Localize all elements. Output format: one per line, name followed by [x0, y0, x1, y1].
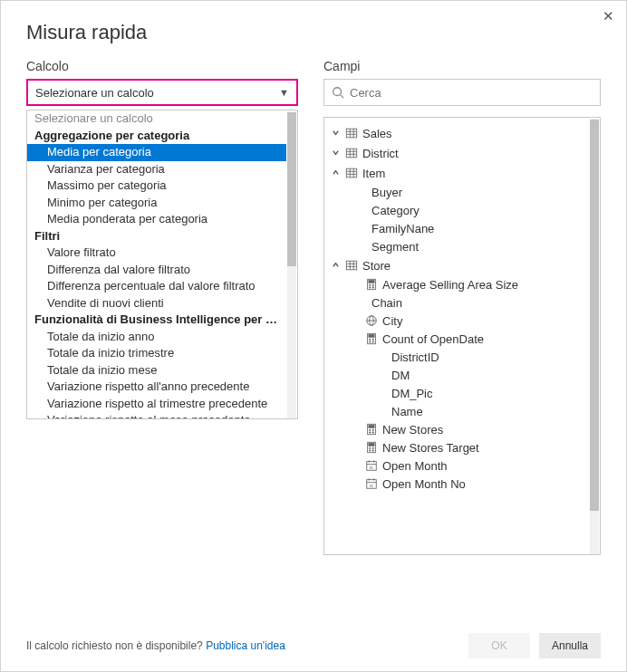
- listbox-group[interactable]: Aggregazione per categoria: [27, 128, 286, 145]
- svg-text:31: 31: [369, 484, 373, 488]
- dropdown-selected: Selezionare un calcolo: [35, 86, 154, 100]
- publish-idea-link[interactable]: Pubblica un'idea: [206, 639, 285, 652]
- listbox-group[interactable]: Filtri: [27, 228, 286, 245]
- listbox-group[interactable]: Funzionalità di Business Intelligence pe…: [27, 312, 286, 329]
- close-icon[interactable]: ✕: [603, 8, 614, 24]
- tree-field-node[interactable]: Chain: [324, 293, 589, 312]
- tree-field-node[interactable]: New Stores: [324, 420, 589, 438]
- tree-field-node[interactable]: Average Selling Area Size: [324, 275, 589, 293]
- quick-measure-dialog: ✕ Misura rapida Calcolo Selezionare un c…: [0, 0, 627, 672]
- svg-rect-7: [346, 149, 356, 158]
- ok-button[interactable]: OK: [468, 633, 530, 658]
- fields-search[interactable]: [323, 79, 601, 106]
- calc-icon: [364, 277, 379, 292]
- icon-placeholder: [384, 404, 388, 418]
- tree-field-node[interactable]: 31Open Month No: [324, 475, 589, 493]
- listbox-item[interactable]: Differenza percentuale dal valore filtra…: [27, 278, 286, 295]
- listbox-scrollbar[interactable]: [287, 111, 296, 419]
- search-input[interactable]: [350, 86, 593, 100]
- tree-node-label: DM: [391, 369, 410, 382]
- chevron-up-icon[interactable]: [330, 261, 341, 271]
- tree-field-node[interactable]: FamilyNane: [324, 219, 589, 237]
- tree-node-label: Count of OpenDate: [382, 332, 484, 346]
- tree-table-node[interactable]: Store: [324, 255, 589, 275]
- tree-field-node[interactable]: Name: [324, 402, 589, 420]
- date-icon: 31: [364, 458, 379, 473]
- tree-node-label: DistrictID: [391, 350, 439, 364]
- chevron-down-icon[interactable]: [330, 129, 341, 139]
- calculation-label: Calcolo: [26, 59, 298, 73]
- svg-point-33: [370, 339, 371, 340]
- svg-point-36: [372, 341, 373, 342]
- svg-point-34: [372, 339, 373, 340]
- listbox-item[interactable]: Varianza per categoria: [27, 161, 286, 178]
- tree-node-label: Sales: [362, 127, 392, 140]
- tree-field-node[interactable]: Category: [324, 201, 589, 219]
- tree-field-node[interactable]: Buyer: [324, 183, 589, 201]
- tree-node-label: DM_Pic: [391, 387, 433, 400]
- listbox-item[interactable]: Media ponderata per categoria: [27, 211, 286, 228]
- scrollbar-thumb[interactable]: [287, 112, 296, 266]
- svg-point-27: [372, 287, 373, 288]
- svg-rect-23: [369, 281, 374, 283]
- search-icon: [332, 86, 344, 99]
- svg-point-47: [370, 450, 371, 451]
- listbox-item[interactable]: Variazione rispetto al trimestre precede…: [27, 396, 286, 413]
- icon-placeholder: [364, 295, 368, 310]
- listbox-item[interactable]: Totale da inizio trimestre: [27, 345, 286, 362]
- tree-field-node[interactable]: Count of OpenDate: [324, 330, 589, 348]
- tree-table-node[interactable]: District: [324, 143, 589, 163]
- listbox-item[interactable]: Variazione rispetto al mese precedente: [27, 412, 286, 419]
- tree-node-label: New Stores: [382, 423, 443, 437]
- listbox-item[interactable]: Variazione rispetto all'anno precedente: [27, 379, 286, 396]
- tree-field-node[interactable]: 31Open Month: [324, 456, 589, 475]
- listbox-item[interactable]: Vendite di nuovi clienti: [27, 295, 286, 312]
- tree-node-label: Open Month No: [382, 477, 466, 491]
- calc-icon: [364, 440, 379, 455]
- calculation-dropdown[interactable]: Selezionare un calcolo ▼: [26, 79, 298, 106]
- tree-node-label: Buyer: [371, 186, 402, 199]
- tree-node-label: City: [382, 314, 402, 328]
- listbox-item[interactable]: Valore filtrato: [27, 245, 286, 262]
- svg-rect-17: [346, 261, 356, 270]
- svg-line-1: [341, 95, 344, 99]
- chevron-up-icon[interactable]: [330, 168, 341, 178]
- scrollbar-thumb[interactable]: [590, 120, 599, 511]
- svg-point-40: [372, 429, 373, 430]
- tree-node-label: Segment: [371, 240, 419, 254]
- tree-node-label: New Stores Target: [382, 441, 479, 455]
- tree-field-node[interactable]: DM_Pic: [324, 384, 589, 402]
- globe-icon: [364, 313, 379, 328]
- fields-tree: SalesDistrictItemBuyerCategoryFamilyNane…: [323, 117, 601, 555]
- tree-field-node[interactable]: DistrictID: [324, 348, 589, 366]
- icon-placeholder: [364, 239, 368, 254]
- cancel-button[interactable]: Annulla: [539, 633, 601, 658]
- svg-point-41: [370, 432, 371, 433]
- svg-point-39: [370, 429, 371, 430]
- chevron-down-icon[interactable]: [330, 149, 341, 158]
- tree-field-node[interactable]: DM: [324, 366, 589, 384]
- calc-icon: [364, 422, 379, 437]
- svg-text:31: 31: [369, 466, 373, 470]
- tree-scrollbar[interactable]: [590, 119, 599, 555]
- svg-point-35: [370, 341, 371, 342]
- tree-field-node[interactable]: New Stores Target: [324, 438, 589, 456]
- listbox-item[interactable]: Totale da inizio anno: [27, 329, 286, 346]
- tree-node-label: FamilyNane: [371, 222, 434, 235]
- tree-node-label: Name: [391, 405, 423, 418]
- svg-point-42: [372, 432, 373, 433]
- tree-node-label: Chain: [371, 296, 402, 310]
- calc-icon: [364, 331, 379, 346]
- tree-table-node[interactable]: Item: [324, 163, 589, 183]
- listbox-item[interactable]: Massimo per categoria: [27, 178, 286, 195]
- tree-table-node[interactable]: Sales: [324, 123, 589, 143]
- svg-rect-44: [369, 444, 374, 446]
- listbox-item[interactable]: Differenza dal valore filtrato: [27, 262, 286, 279]
- tree-field-node[interactable]: Segment: [324, 237, 589, 255]
- tree-field-node[interactable]: City: [324, 312, 589, 330]
- listbox-item[interactable]: Minimo per categoria: [27, 195, 286, 212]
- listbox-item[interactable]: Totale da inizio mese: [27, 362, 286, 379]
- listbox-item[interactable]: Media per categoria: [27, 144, 286, 161]
- table-icon: [344, 146, 359, 160]
- svg-rect-12: [346, 168, 356, 178]
